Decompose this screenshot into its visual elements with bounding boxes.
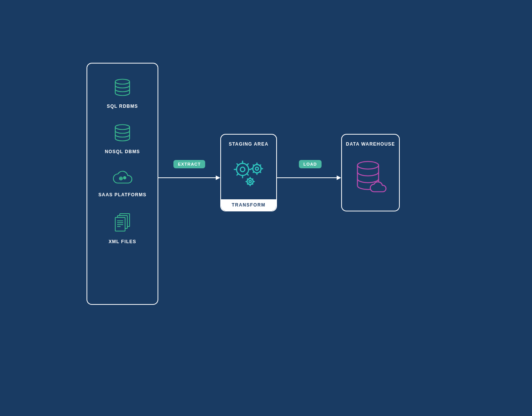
svg-point-36 xyxy=(249,180,251,183)
source-label: NOSQL DBMS xyxy=(105,149,140,154)
svg-point-16 xyxy=(240,167,245,172)
warehouse-title: DATA WAREHOUSE xyxy=(346,141,395,147)
svg-line-42 xyxy=(252,183,253,184)
arrow-extract xyxy=(158,174,223,182)
svg-point-2 xyxy=(119,177,122,180)
svg-point-5 xyxy=(124,177,125,178)
source-label: XML FILES xyxy=(108,239,136,244)
svg-line-33 xyxy=(253,172,254,173)
gears-icon xyxy=(230,147,268,199)
cloud-gears-icon xyxy=(112,169,133,188)
svg-point-0 xyxy=(115,79,130,84)
transform-label: TRANSFORM xyxy=(221,199,276,211)
svg-line-23 xyxy=(237,174,238,175)
svg-line-43 xyxy=(247,183,248,184)
svg-line-32 xyxy=(260,172,261,173)
svg-point-26 xyxy=(255,167,258,170)
extract-pill: EXTRACT xyxy=(173,160,205,168)
database-icon xyxy=(114,124,131,144)
source-label: SQL RDBMS xyxy=(107,104,138,109)
documents-icon xyxy=(113,213,132,234)
arrow-load xyxy=(277,174,343,182)
load-pill: LOAD xyxy=(299,160,322,168)
svg-line-21 xyxy=(237,164,238,165)
svg-line-41 xyxy=(247,179,248,180)
database-cloud-icon xyxy=(354,147,388,211)
svg-point-47 xyxy=(357,161,379,169)
sources-panel: SQL RDBMS NOSQL DBMS xyxy=(87,63,158,305)
svg-point-1 xyxy=(115,125,130,130)
svg-marker-46 xyxy=(337,175,341,180)
svg-line-44 xyxy=(252,179,253,180)
svg-marker-14 xyxy=(216,175,220,180)
database-icon xyxy=(114,79,131,99)
svg-line-24 xyxy=(247,164,248,165)
svg-line-22 xyxy=(247,174,248,175)
source-item-nosql: NOSQL DBMS xyxy=(105,124,140,154)
source-label: SAAS PLATFORMS xyxy=(98,192,146,197)
svg-point-3 xyxy=(121,178,122,179)
staging-panel: STAGING AREA xyxy=(220,134,277,211)
source-item-saas: SAAS PLATFORMS xyxy=(98,169,146,197)
svg-line-31 xyxy=(253,165,254,166)
source-item-xml: XML FILES xyxy=(108,213,136,244)
source-item-sql: SQL RDBMS xyxy=(107,79,138,109)
staging-title: STAGING AREA xyxy=(229,141,268,147)
warehouse-panel: DATA WAREHOUSE xyxy=(341,134,400,211)
svg-line-34 xyxy=(260,165,261,166)
